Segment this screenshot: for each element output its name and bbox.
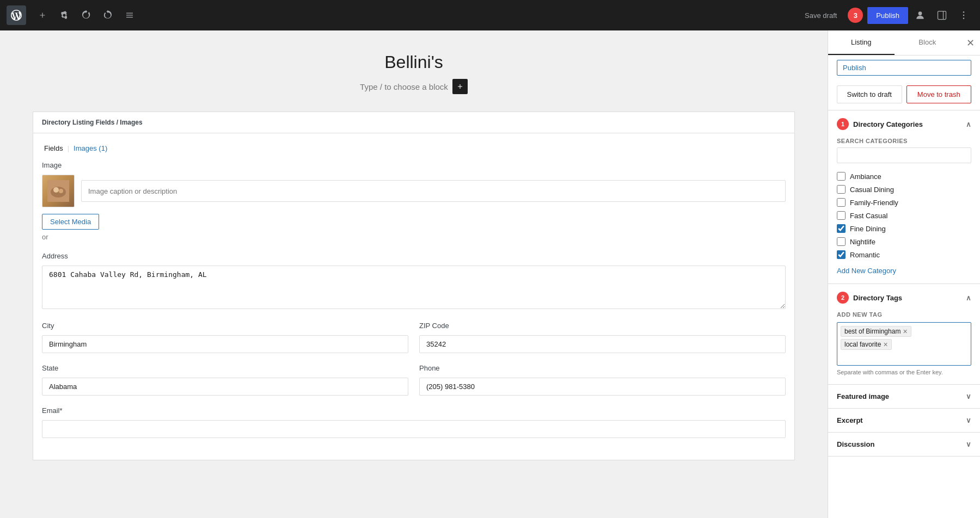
- add-block-inline-button[interactable]: [452, 79, 468, 94]
- category-checkbox-fine-dining[interactable]: [837, 224, 846, 233]
- layout: Type / to choose a block Directory Listi…: [0, 30, 980, 518]
- category-label-romantic[interactable]: Romantic: [850, 251, 880, 259]
- address-input[interactable]: 6801 Cahaba Valley Rd, Birmingham, AL: [42, 266, 786, 309]
- main-content: Type / to choose a block Directory Listi…: [0, 30, 828, 518]
- tags-input-area[interactable]: best of Birmingham × local favorite ×: [837, 322, 971, 366]
- tag-chip-remove-best-of-birmingham[interactable]: ×: [903, 328, 907, 335]
- category-search-input[interactable]: [837, 147, 971, 163]
- image-thumbnail: [42, 175, 75, 207]
- undo-button[interactable]: [76, 5, 96, 25]
- categories-panel-header[interactable]: 1 Directory Categories: [828, 110, 980, 138]
- move-trash-button[interactable]: Move to trash: [906, 85, 972, 103]
- category-checkbox-family-friendly[interactable]: [837, 198, 846, 207]
- fields-section: Directory Listing Fields / Images Fields…: [33, 112, 795, 460]
- phone-label: Phone: [419, 364, 786, 372]
- redo-button[interactable]: [98, 5, 118, 25]
- image-field: Image: [42, 161, 786, 241]
- excerpt-panel: Excerpt: [828, 409, 980, 433]
- address-label: Address: [42, 252, 786, 260]
- post-title[interactable]: [33, 52, 795, 72]
- excerpt-title: Excerpt: [837, 416, 863, 424]
- publish-button[interactable]: Publish: [867, 7, 908, 24]
- sidebar-close-button[interactable]: ✕: [960, 30, 980, 55]
- list-view-icon: [125, 10, 134, 20]
- discussion-panel-header[interactable]: Discussion: [828, 433, 980, 456]
- svg-point-9: [59, 189, 63, 193]
- section-title: Directory Listing Fields / Images: [42, 119, 143, 126]
- add-tag-label: ADD NEW TAG: [837, 311, 971, 318]
- add-new-category-link[interactable]: Add New Category: [837, 267, 971, 275]
- ellipsis-icon: [958, 10, 969, 21]
- list-view-button[interactable]: [120, 5, 139, 25]
- zip-input[interactable]: [419, 335, 786, 353]
- category-item-casual-dining: Casual Dining: [837, 183, 971, 196]
- category-label-ambiance[interactable]: Ambiance: [850, 172, 881, 181]
- wordpress-icon: [11, 10, 22, 21]
- save-draft-button[interactable]: Save draft: [798, 8, 843, 23]
- svg-point-4: [963, 15, 965, 16]
- sidebar-tab-listing[interactable]: Listing: [828, 30, 895, 55]
- status-input[interactable]: [837, 60, 971, 76]
- phone-input[interactable]: [419, 378, 786, 396]
- state-input[interactable]: [42, 378, 408, 396]
- tabs: Fields | Images (1): [42, 144, 786, 152]
- sidebar: Listing Block ✕ Switch to draft Move to …: [828, 30, 980, 518]
- settings-toggle-button[interactable]: [932, 5, 952, 25]
- state-field: State: [42, 364, 408, 396]
- city-input[interactable]: [42, 335, 408, 353]
- new-tag-input[interactable]: [895, 341, 967, 349]
- add-block-hint: Type / to choose a block: [33, 79, 795, 94]
- email-input[interactable]: [42, 420, 786, 438]
- caption-input[interactable]: [81, 180, 786, 202]
- section-header: Directory Listing Fields / Images: [33, 112, 795, 133]
- fields-tab[interactable]: Fields: [42, 144, 65, 152]
- category-checkbox-fast-casual[interactable]: [837, 211, 846, 220]
- category-checkbox-casual-dining[interactable]: [837, 185, 846, 194]
- image-row: [42, 175, 786, 207]
- category-label-fine-dining[interactable]: Fine Dining: [850, 225, 886, 233]
- tag-chip-local-favorite: local favorite ×: [841, 339, 892, 350]
- add-block-button[interactable]: [33, 5, 52, 25]
- avatar-button[interactable]: [910, 5, 930, 25]
- zip-field: ZIP Code: [419, 322, 786, 353]
- phone-field: Phone: [419, 364, 786, 396]
- categories-panel: 1 Directory Categories SEARCH CATEGORIES…: [828, 110, 980, 284]
- sidebar-tab-block[interactable]: Block: [895, 30, 961, 55]
- select-media-button[interactable]: Select Media: [42, 214, 99, 230]
- food-icon: [47, 180, 69, 202]
- tools-button[interactable]: [54, 5, 74, 25]
- excerpt-panel-header[interactable]: Excerpt: [828, 409, 980, 432]
- options-button[interactable]: [954, 5, 973, 25]
- category-item-fast-casual: Fast Casual: [837, 209, 971, 222]
- tag-chip-remove-local-favorite[interactable]: ×: [883, 341, 887, 348]
- city-zip-row: City ZIP Code: [42, 322, 786, 364]
- email-label: Email*: [42, 406, 786, 415]
- search-categories-label: SEARCH CATEGORIES: [837, 138, 971, 144]
- category-label-casual-dining[interactable]: Casual Dining: [850, 186, 894, 194]
- category-label-family-friendly[interactable]: Family-Friendly: [850, 199, 898, 207]
- excerpt-chevron: [966, 416, 971, 424]
- toolbar: Save draft 3 Publish: [0, 0, 980, 30]
- categories-body: SEARCH CATEGORIES Ambiance Casual Dining: [828, 138, 980, 283]
- category-checkbox-ambiance[interactable]: [837, 172, 846, 181]
- category-checkbox-romantic[interactable]: [837, 250, 846, 259]
- category-item-nightlife: Nightlife: [837, 235, 971, 248]
- images-tab[interactable]: Images (1): [71, 144, 109, 152]
- discussion-panel: Discussion: [828, 433, 980, 457]
- svg-point-5: [963, 18, 965, 20]
- switch-draft-button[interactable]: Switch to draft: [837, 85, 902, 103]
- state-phone-row: State Phone: [42, 364, 786, 406]
- category-label-fast-casual[interactable]: Fast Casual: [850, 212, 887, 220]
- email-field: Email*: [42, 406, 786, 438]
- category-checkbox-nightlife[interactable]: [837, 237, 846, 246]
- category-label-nightlife[interactable]: Nightlife: [850, 238, 875, 246]
- state-label: State: [42, 364, 408, 372]
- city-label: City: [42, 322, 408, 330]
- user-icon: [915, 10, 926, 21]
- featured-image-chevron: [966, 392, 971, 400]
- svg-point-8: [53, 187, 59, 193]
- tools-icon: [59, 10, 69, 20]
- tags-panel-header[interactable]: 2 Directory Tags: [828, 284, 980, 311]
- featured-image-panel-header[interactable]: Featured image: [828, 385, 980, 408]
- tag-chip-label-best-of-birmingham: best of Birmingham: [844, 328, 901, 335]
